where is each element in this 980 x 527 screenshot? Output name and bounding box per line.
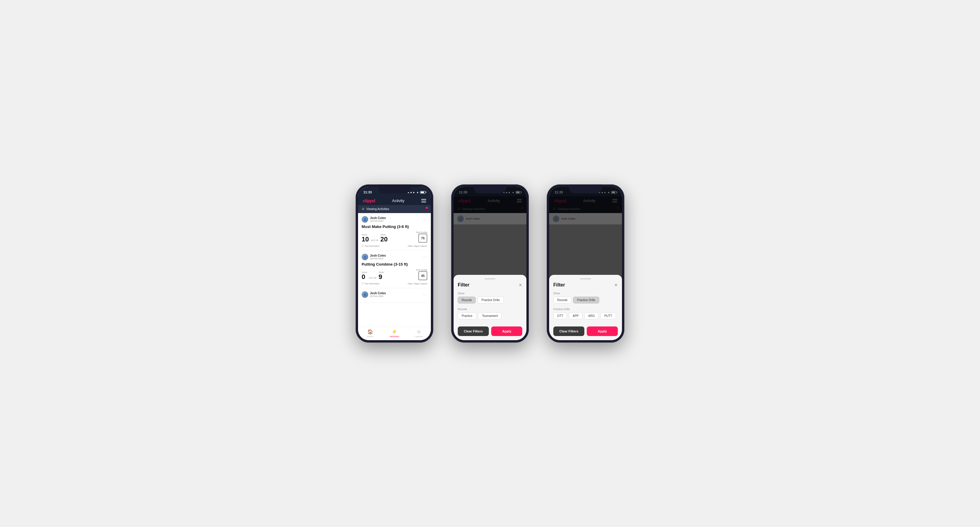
filter-header-3: Filter ✕ bbox=[553, 282, 618, 288]
tab-bar-1: 🏠 Home ⚡ Activities ⊕ Capture bbox=[358, 327, 431, 340]
activity-header-2: 👤 Josh Coles 28 Feb 2023 ··· bbox=[361, 254, 427, 260]
tab-home[interactable]: 🏠 Home bbox=[358, 329, 382, 338]
activity-title-2: Putting Combine (3-15 ft) bbox=[361, 262, 427, 267]
shots-value-1: 20 bbox=[380, 236, 388, 243]
activities-icon: ⚡ bbox=[391, 329, 398, 335]
status-time-1: 11:33 bbox=[363, 190, 372, 194]
filter-drills-label-3: Practice Drills bbox=[553, 308, 618, 311]
filter-overlay-3: Filter ✕ Show Rounds Practice Drills Pra… bbox=[549, 187, 622, 340]
tab-activities-label: Activities bbox=[390, 335, 399, 338]
dots-menu-2[interactable]: ··· bbox=[423, 254, 427, 259]
shot-quality-badge-2: 45 bbox=[418, 271, 427, 280]
filter-actions-3: Clear Filters Apply bbox=[553, 324, 618, 340]
activity-header-1: 👤 Josh Coles 28 Feb 2023 ··· bbox=[361, 216, 427, 222]
filter-close-button-2[interactable]: ✕ bbox=[519, 283, 522, 287]
avatar-img-1: 👤 bbox=[361, 216, 368, 222]
putt-button-3[interactable]: PUTT bbox=[600, 313, 616, 319]
avatar-3: 👤 bbox=[361, 291, 368, 298]
activity-header-3: 👤 Josh Coles 28 Feb 2023 ··· bbox=[361, 291, 427, 298]
user-name-3: Josh Coles bbox=[370, 292, 386, 295]
filter-round-buttons-2: Practice Tournament bbox=[458, 313, 522, 319]
hamburger-menu-1[interactable] bbox=[421, 199, 426, 202]
status-icons-1: ▲▲▲ ▲ bbox=[407, 191, 425, 194]
arg-button-3[interactable]: ARG bbox=[584, 313, 599, 319]
home-icon: 🏠 bbox=[367, 329, 373, 335]
phone-2-screen: 11:33 ▲▲▲ ▲ clippd Activity ⚙ Viewing Ac… bbox=[453, 187, 527, 340]
stats-row-2: Score 0 OUT OF Shots 9 Shot Quality 45 bbox=[361, 269, 427, 280]
filter-close-button-3[interactable]: ✕ bbox=[614, 283, 618, 287]
phone-1-screen: 11:33 ▲▲▲ ▲ clippd Activity ⚙ Viewing Ac… bbox=[358, 187, 431, 340]
apply-button-3[interactable]: Apply bbox=[587, 327, 618, 336]
activity-footer-1: ⓘ Test Information Data: Clippd Capture bbox=[361, 244, 427, 248]
phone-2: 11:33 ▲▲▲ ▲ clippd Activity ⚙ Viewing Ac… bbox=[451, 184, 529, 343]
out-of-1: OUT OF bbox=[371, 239, 378, 241]
filter-icon-1: ⚙ bbox=[361, 207, 364, 211]
user-date-3: 28 Feb 2023 bbox=[370, 295, 386, 297]
practice-round-button-2[interactable]: Practice bbox=[458, 313, 476, 319]
logo-1: clippd bbox=[363, 198, 375, 203]
stats-row-1: Score 10 OUT OF Shots 20 Shot Quality 75 bbox=[361, 231, 427, 243]
activity-title-1: Must Make Putting (3-6 ft) bbox=[361, 224, 427, 229]
filter-modal-2: Filter ✕ Show Rounds Practice Drills Rou… bbox=[453, 275, 527, 340]
filter-show-label-3: Show bbox=[553, 292, 618, 295]
practice-drills-button-3[interactable]: Practice Drills bbox=[573, 297, 599, 303]
practice-drills-button-2[interactable]: Practice Drills bbox=[477, 297, 503, 303]
phones-container: 11:33 ▲▲▲ ▲ clippd Activity ⚙ Viewing Ac… bbox=[356, 184, 624, 343]
filter-header-2: Filter ✕ bbox=[458, 282, 522, 288]
app-button-3[interactable]: APP bbox=[569, 313, 582, 319]
filter-handle-3 bbox=[580, 278, 591, 279]
activity-item-2: 👤 Josh Coles 28 Feb 2023 ··· Putting Com… bbox=[358, 251, 431, 288]
clear-filters-button-2[interactable]: Clear Filters bbox=[458, 327, 489, 336]
data-source-1: Data: Clippd Capture bbox=[408, 245, 427, 247]
status-bar-1: 11:33 ▲▲▲ ▲ bbox=[358, 187, 431, 196]
score-value-1: 10 bbox=[361, 236, 369, 243]
dots-menu-1[interactable]: ··· bbox=[423, 217, 427, 222]
tab-activities[interactable]: ⚡ Activities bbox=[382, 329, 406, 338]
user-date-1: 28 Feb 2023 bbox=[370, 220, 386, 222]
filter-show-section-2: Show Rounds Practice Drills bbox=[458, 292, 522, 303]
filter-drills-section-3: Practice Drills OTT APP ARG PUTT bbox=[553, 308, 618, 319]
filter-modal-3: Filter ✕ Show Rounds Practice Drills Pra… bbox=[549, 275, 622, 340]
score-block-2: Score 0 bbox=[361, 271, 367, 280]
phone-1: 11:33 ▲▲▲ ▲ clippd Activity ⚙ Viewing Ac… bbox=[356, 184, 433, 343]
filter-handle-2 bbox=[485, 278, 495, 279]
rounds-button-2[interactable]: Rounds bbox=[458, 297, 476, 303]
clear-filters-button-3[interactable]: Clear Filters bbox=[553, 327, 584, 336]
filter-title-2: Filter bbox=[458, 282, 469, 288]
dots-menu-3[interactable]: ··· bbox=[423, 292, 427, 297]
avatar-2: 👤 bbox=[361, 254, 368, 260]
score-value-2: 0 bbox=[361, 274, 367, 280]
battery-icon bbox=[420, 191, 425, 194]
apply-button-2[interactable]: Apply bbox=[491, 327, 522, 336]
shot-quality-label-2: Shot Quality bbox=[416, 269, 427, 271]
tab-capture-label: Capture bbox=[414, 335, 423, 338]
shots-block-1: Shots 20 bbox=[380, 234, 388, 243]
viewing-banner-1[interactable]: ⚙ Viewing Activities bbox=[358, 205, 431, 213]
test-info-2: ⓘ Test Information bbox=[361, 282, 380, 285]
tournament-round-button-2[interactable]: Tournament bbox=[478, 313, 502, 319]
data-source-2: Data: Clippd Capture bbox=[408, 283, 427, 285]
avatar-1: 👤 bbox=[361, 216, 368, 222]
activity-list-1: 👤 Josh Coles 28 Feb 2023 ··· Must Make P… bbox=[358, 213, 431, 327]
signal-icon: ▲▲▲ bbox=[407, 191, 415, 194]
filter-show-section-3: Show Rounds Practice Drills bbox=[553, 292, 618, 303]
user-info-2: 👤 Josh Coles 28 Feb 2023 bbox=[361, 254, 386, 260]
filter-rounds-label-2: Rounds bbox=[458, 308, 522, 311]
ott-button-3[interactable]: OTT bbox=[553, 313, 567, 319]
user-name-2: Josh Coles bbox=[370, 254, 386, 257]
filter-overlay-2: Filter ✕ Show Rounds Practice Drills Rou… bbox=[453, 187, 527, 340]
activity-footer-2: ⓘ Test Information Data: Clippd Capture bbox=[361, 282, 427, 285]
phone-3: 11:33 ▲▲▲ ▲ clippd Activity ⚙ Viewing Ac… bbox=[547, 184, 624, 343]
shot-quality-badge-1: 75 bbox=[418, 234, 427, 243]
tab-capture[interactable]: ⊕ Capture bbox=[407, 329, 431, 338]
phone-3-screen: 11:33 ▲▲▲ ▲ clippd Activity ⚙ Viewing Ac… bbox=[549, 187, 622, 340]
user-info-1: 👤 Josh Coles 28 Feb 2023 bbox=[361, 216, 386, 222]
notification-dot-1 bbox=[426, 207, 428, 209]
shot-quality-label-1: Shot Quality bbox=[416, 231, 427, 233]
test-info-1: ⓘ Test Information bbox=[361, 244, 380, 248]
avatar-img-2: 👤 bbox=[361, 254, 368, 260]
filter-rounds-section-2: Rounds Practice Tournament bbox=[458, 308, 522, 319]
rounds-button-3[interactable]: Rounds bbox=[553, 297, 571, 303]
filter-show-buttons-2: Rounds Practice Drills bbox=[458, 297, 522, 303]
filter-title-3: Filter bbox=[553, 282, 565, 288]
